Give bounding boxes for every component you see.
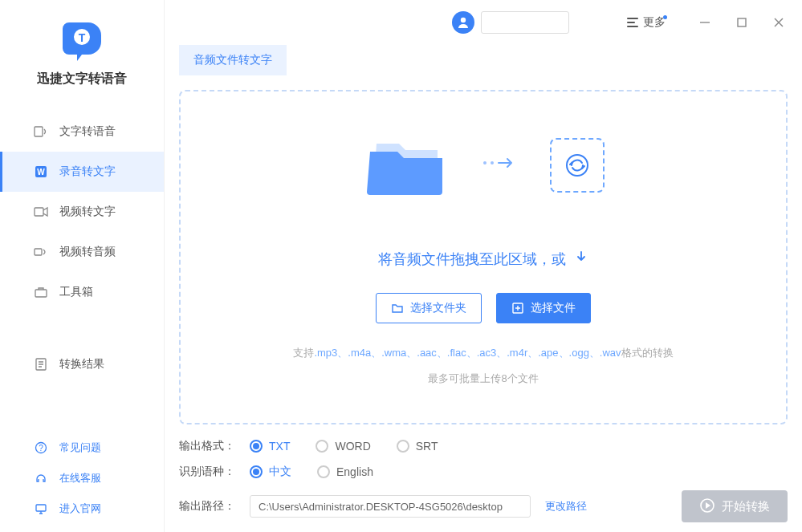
app-name: 迅捷文字转语音 xyxy=(37,71,127,87)
output-format-group: TXT WORD SRT xyxy=(250,440,438,453)
folder-outline-icon xyxy=(391,302,404,315)
svg-point-12 xyxy=(461,18,466,22)
svg-text:T: T xyxy=(79,31,86,44)
radio-icon xyxy=(316,440,328,453)
svg-rect-2 xyxy=(35,127,43,136)
nav-label: 工具箱 xyxy=(59,285,93,299)
svg-point-18 xyxy=(491,161,494,164)
menu-lines-icon xyxy=(627,18,638,27)
question-icon: ? xyxy=(34,441,48,455)
nav-video-to-audio[interactable]: 视频转音频 xyxy=(0,232,164,272)
app-window: T 迅捷文字转语音 文字转语音 W 录音转文字 视频转文字 视频转音频 xyxy=(0,0,802,532)
minimize-button[interactable] xyxy=(698,15,712,30)
nav-label: 录音转文字 xyxy=(59,164,116,179)
user-avatar-icon xyxy=(452,11,474,34)
dropzone-visual xyxy=(362,129,605,201)
video-to-audio-icon xyxy=(34,245,48,259)
format-word-radio[interactable]: WORD xyxy=(316,440,370,453)
monitor-icon xyxy=(34,502,48,516)
sidebar: T 迅捷文字转语音 文字转语音 W 录音转文字 视频转文字 视频转音频 xyxy=(0,0,165,532)
lang-zh-radio[interactable]: 中文 xyxy=(250,465,291,479)
nav-label: 转换结果 xyxy=(59,357,104,372)
supported-formats-text: 支持.mp3、.m4a、.wma、.aac、.flac、.ac3、.m4r、.a… xyxy=(293,346,673,360)
change-path-link[interactable]: 更改路径 xyxy=(545,499,587,514)
output-path-label: 输出路径： xyxy=(179,499,235,514)
settings-panel: 输出格式： TXT WORD SRT 识别语种： 中文 English 输出路径 xyxy=(179,439,788,522)
dropzone-buttons: 选择文件夹 选择文件 xyxy=(376,293,591,323)
radio-icon xyxy=(250,440,263,453)
folder-icon xyxy=(362,129,450,201)
close-button[interactable] xyxy=(771,15,786,30)
nav-label: 文字转语音 xyxy=(59,124,116,139)
video-to-text-icon xyxy=(34,205,48,219)
output-path-input[interactable] xyxy=(250,495,531,518)
svg-rect-5 xyxy=(35,208,43,216)
link-website[interactable]: 进入官网 xyxy=(0,493,164,524)
language-row: 识别语种： 中文 English xyxy=(179,465,788,479)
headset-icon xyxy=(34,471,48,485)
more-button[interactable]: 更多 xyxy=(627,15,666,30)
user-area[interactable] xyxy=(452,11,569,34)
bottom-links: ? 常见问题 在线客服 进入官网 xyxy=(0,433,164,532)
main-area: 更多 音频文件转文字 xyxy=(165,0,802,532)
tab-audio-to-text[interactable]: 音频文件转文字 xyxy=(179,45,287,75)
arrow-right-icon xyxy=(482,155,518,176)
link-support[interactable]: 在线客服 xyxy=(0,463,164,493)
nav-results[interactable]: 转换结果 xyxy=(0,344,164,384)
nav-toolbox[interactable]: 工具箱 xyxy=(0,272,164,312)
format-srt-radio[interactable]: SRT xyxy=(397,440,438,453)
dropzone-title: 将音频文件拖拽至此区域，或 xyxy=(378,250,588,269)
nav-list: 文字转语音 W 录音转文字 视频转文字 视频转音频 工具箱 转换结果 xyxy=(0,112,164,433)
svg-text:W: W xyxy=(37,168,45,177)
audio-to-text-icon: W xyxy=(34,164,48,179)
link-label: 进入官网 xyxy=(59,502,101,516)
content: 音频文件转文字 xyxy=(165,45,802,532)
output-format-row: 输出格式： TXT WORD SRT xyxy=(179,439,788,453)
language-label: 识别语种： xyxy=(179,465,235,479)
radio-icon xyxy=(397,440,409,453)
svg-rect-11 xyxy=(36,505,46,511)
toolbox-icon xyxy=(34,285,48,299)
radio-icon xyxy=(317,465,330,478)
more-label: 更多 xyxy=(643,15,666,30)
svg-rect-6 xyxy=(35,249,42,255)
upload-limit-text: 最多可批量上传8个文件 xyxy=(428,372,538,386)
svg-rect-7 xyxy=(35,290,47,297)
format-txt-radio[interactable]: TXT xyxy=(250,440,290,453)
language-group: 中文 English xyxy=(250,465,373,479)
app-logo-icon: T xyxy=(59,16,104,61)
text-to-speech-icon xyxy=(34,124,48,139)
nav-text-to-speech[interactable]: 文字转语音 xyxy=(0,112,164,152)
svg-point-17 xyxy=(483,161,486,164)
arrow-down-icon xyxy=(574,250,588,268)
output-path-row: 输出路径： 更改路径 开始转换 xyxy=(179,490,788,522)
nav-video-to-text[interactable]: 视频转文字 xyxy=(0,192,164,232)
nav-label: 视频转文字 xyxy=(59,205,116,219)
svg-rect-14 xyxy=(738,18,746,26)
radio-icon xyxy=(250,465,263,478)
nav-label: 视频转音频 xyxy=(59,245,116,259)
svg-text:?: ? xyxy=(39,444,43,453)
link-label: 常见问题 xyxy=(59,441,101,455)
nav-audio-to-text[interactable]: W 录音转文字 xyxy=(0,152,164,192)
logo-area: T 迅捷文字转语音 xyxy=(0,0,164,112)
dropzone[interactable]: 将音频文件拖拽至此区域，或 选择文件夹 选择文件 支持.mp3、.m4a、.wm… xyxy=(179,90,788,424)
titlebar: 更多 xyxy=(165,0,802,45)
results-icon xyxy=(34,357,48,372)
svg-point-19 xyxy=(567,155,588,176)
link-label: 在线客服 xyxy=(59,471,101,485)
maximize-button[interactable] xyxy=(735,15,749,30)
select-folder-button[interactable]: 选择文件夹 xyxy=(376,293,482,323)
start-convert-button[interactable]: 开始转换 xyxy=(682,490,788,522)
tab-bar: 音频文件转文字 xyxy=(179,45,788,75)
output-format-label: 输出格式： xyxy=(179,439,235,453)
select-file-button[interactable]: 选择文件 xyxy=(496,293,591,323)
user-name-box xyxy=(481,11,569,34)
lang-en-radio[interactable]: English xyxy=(317,465,373,479)
play-circle-icon xyxy=(699,497,715,516)
plus-box-icon xyxy=(511,302,524,315)
convert-icon xyxy=(550,138,605,193)
window-controls xyxy=(698,15,786,30)
link-faq[interactable]: ? 常见问题 xyxy=(0,433,164,463)
